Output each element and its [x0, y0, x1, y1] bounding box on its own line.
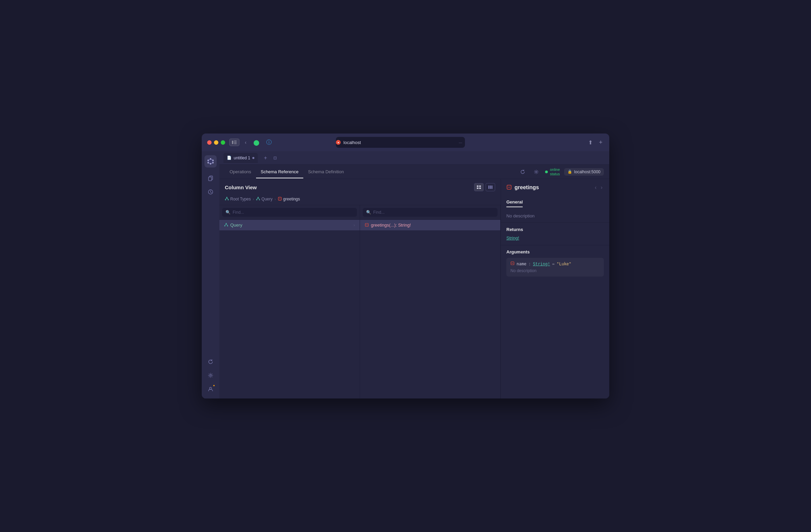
sidebar-toggle-button[interactable] — [229, 139, 240, 146]
arg-description: No description — [510, 268, 600, 273]
tab-schema-definition[interactable]: Schema Definition — [303, 166, 349, 178]
tab-schema-reference[interactable]: Schema Reference — [256, 166, 303, 178]
breadcrumb-query[interactable]: Query — [256, 197, 273, 201]
svg-point-20 — [210, 375, 212, 376]
svg-point-31 — [225, 199, 226, 200]
svg-point-32 — [228, 199, 229, 200]
column-item-query[interactable]: Query › — [219, 220, 359, 230]
svg-rect-1 — [234, 141, 237, 141]
server-badge[interactable]: 🔒 localhost:5000 — [564, 168, 604, 176]
column-item-left-greetings: greetings(...): String! — [365, 223, 411, 228]
grid-view-button[interactable] — [474, 183, 484, 191]
detail-nav: ‹ › — [593, 184, 604, 191]
column-1: 🔍 — [219, 205, 360, 398]
sidebar-item-history[interactable] — [205, 186, 216, 197]
svg-line-38 — [257, 198, 258, 199]
breadcrumb-greetings[interactable]: greetings — [278, 197, 300, 201]
sidebar-item-copy[interactable] — [205, 173, 216, 184]
info-button[interactable]: ⓘ — [265, 138, 273, 148]
column-1-list: Query › — [219, 220, 359, 398]
tab-menu-button[interactable]: ⊡ — [271, 154, 279, 162]
query-label: Query — [230, 223, 242, 228]
new-tab-button[interactable]: + — [597, 138, 604, 148]
new-tab-action-button[interactable]: + — [262, 154, 269, 162]
status-indicator: online status — [545, 167, 560, 176]
detail-back-button[interactable]: ‹ — [593, 184, 598, 191]
refresh-nav-button[interactable] — [518, 167, 527, 177]
svg-point-35 — [257, 197, 258, 198]
detail-forward-button[interactable]: › — [599, 184, 604, 191]
svg-point-43 — [225, 225, 226, 226]
svg-point-36 — [256, 199, 257, 200]
svg-rect-0 — [232, 141, 233, 144]
detail-general-section: General No description — [501, 195, 609, 223]
svg-rect-3 — [234, 143, 237, 144]
search-icon-1: 🔍 — [226, 210, 231, 215]
column-1-search: 🔍 — [219, 205, 359, 220]
address-text: localhost — [343, 140, 361, 145]
schema-view: Column View — [219, 179, 609, 398]
detail-header: greetings ‹ › — [501, 179, 609, 195]
address-bar[interactable]: ● localhost ··· — [336, 137, 465, 148]
arg-colon: : — [529, 262, 531, 266]
settings-nav-button[interactable] — [532, 167, 541, 177]
sidebar-item-refresh[interactable] — [205, 356, 216, 367]
sidebar-item-settings[interactable] — [205, 370, 216, 381]
columns-grid: 🔍 — [219, 205, 501, 398]
column-item-greetings[interactable]: greetings(...): String! — [360, 220, 500, 230]
breadcrumb-root-types[interactable]: Root Types — [225, 197, 251, 201]
search-wrap-2: 🔍 — [363, 208, 498, 217]
minimize-button[interactable] — [214, 140, 218, 145]
svg-point-30 — [227, 197, 228, 198]
greetings-field-icon — [365, 223, 369, 228]
maximize-button[interactable] — [221, 140, 225, 145]
status-dot — [545, 170, 548, 173]
svg-rect-2 — [234, 142, 237, 143]
svg-rect-27 — [488, 185, 489, 189]
address-more[interactable]: ··· — [458, 140, 465, 145]
general-no-description: No description — [506, 213, 604, 218]
svg-rect-18 — [209, 177, 212, 181]
tab-actions: + ⊡ — [262, 154, 279, 162]
columns-area: Column View — [219, 179, 501, 398]
column-2: 🔍 — [360, 205, 501, 398]
svg-line-39 — [258, 198, 259, 199]
detail-arguments-section: Arguments name : — [501, 245, 609, 283]
svg-line-34 — [227, 198, 228, 199]
column-view-button[interactable] — [486, 183, 495, 191]
svg-point-44 — [227, 225, 228, 226]
returns-type-link[interactable]: String! — [506, 235, 519, 241]
browser-window: ‹ ⬤ ⓘ ● localhost ··· ⬆ + — [202, 134, 609, 398]
close-button[interactable] — [207, 140, 212, 145]
breadcrumb-sep-1: › — [253, 197, 254, 201]
favicon: ● — [336, 140, 341, 145]
search-input-1[interactable] — [233, 210, 354, 215]
svg-line-33 — [226, 198, 227, 199]
greetings-icon — [278, 197, 282, 201]
column-2-search: 🔍 — [360, 205, 500, 220]
tab-untitled-1[interactable]: 📄 untitled 1 — [224, 153, 258, 163]
search-input-2[interactable] — [373, 210, 494, 215]
detail-panel: greetings ‹ › General No description — [501, 179, 609, 398]
arg-equals: = — [552, 262, 555, 266]
graphql-button[interactable]: ⬤ — [252, 138, 261, 147]
sidebar-item-user[interactable] — [205, 383, 216, 394]
back-button[interactable]: ‹ — [244, 138, 248, 147]
svg-point-21 — [210, 387, 212, 389]
column-view-title: Column View — [225, 184, 257, 190]
share-button[interactable]: ⬆ — [587, 138, 594, 148]
query-arrow: › — [354, 223, 355, 228]
tab-operations[interactable]: Operations — [225, 166, 256, 178]
titlebar: ‹ ⬤ ⓘ ● localhost ··· ⬆ + — [202, 134, 609, 151]
search-wrap-1: 🔍 — [222, 208, 357, 217]
arg-type-link[interactable]: String! — [533, 262, 550, 266]
status-text: online status — [550, 167, 560, 176]
general-section-title: General — [506, 199, 523, 207]
nav-actions: online status 🔒 localhost:5000 — [518, 167, 604, 177]
tab-unsaved-dot — [253, 157, 254, 159]
svg-rect-26 — [479, 187, 481, 189]
nav-tabs: Operations Schema Reference Schema Defin… — [219, 165, 609, 179]
app-logo[interactable] — [204, 155, 217, 167]
detail-title: greetings — [515, 184, 539, 191]
tab-file-icon: 📄 — [227, 156, 232, 160]
